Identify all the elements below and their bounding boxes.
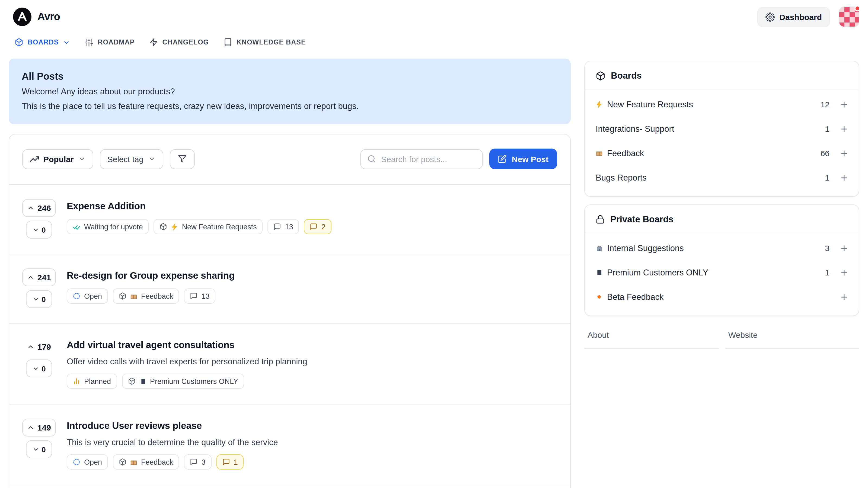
boards-panel-title: Boards	[611, 70, 642, 81]
comments-badge[interactable]: 13	[268, 219, 299, 234]
sliders-icon	[85, 38, 93, 46]
board-item[interactable]: Internal Suggestions 3	[585, 236, 859, 260]
board-badge[interactable]: Feedback	[113, 454, 179, 469]
chevron-down-icon	[32, 226, 39, 233]
brand[interactable]: Avro	[13, 8, 60, 26]
lock-icon	[596, 215, 605, 224]
downvote-button[interactable]: 0	[26, 359, 52, 378]
board-count: 66	[820, 149, 830, 158]
post-description: Offer video calls with travel experts fo…	[67, 357, 557, 366]
upvote-button[interactable]: 179	[22, 338, 56, 356]
add-post-button[interactable]	[839, 148, 849, 159]
post-title[interactable]: Re-design for Group expense sharing	[67, 270, 557, 282]
user-avatar[interactable]	[839, 6, 859, 27]
board-item[interactable]: Integrations- Support 1	[585, 117, 859, 141]
funnel-icon	[178, 155, 186, 163]
tag-label: Select tag	[107, 154, 144, 163]
board-badge[interactable]: Feedback	[113, 289, 179, 304]
post-title[interactable]: Add virtual travel agent consultations	[67, 339, 557, 351]
upvote-button[interactable]: 246	[22, 199, 56, 217]
edit-icon	[498, 155, 507, 163]
status-badge[interactable]: Open	[67, 289, 108, 304]
zap-emoji-icon	[596, 101, 603, 108]
planned-status-icon	[73, 378, 80, 385]
filter-button[interactable]	[169, 149, 194, 169]
open-status-icon	[73, 458, 80, 466]
package-emoji-icon	[130, 458, 137, 465]
upvote-count: 246	[37, 203, 51, 213]
nav-changelog-label: CHANGELOG	[162, 38, 209, 46]
footer-link-about[interactable]: About	[584, 330, 718, 349]
book-icon	[223, 38, 232, 46]
nav-knowledge-base[interactable]: KNOWLEDGE BASE	[223, 38, 306, 46]
comment-icon	[190, 458, 198, 466]
banner-line1: Welcome! Any ideas about our products?	[22, 84, 558, 99]
upvote-button[interactable]: 149	[22, 419, 56, 436]
upvote-count: 241	[37, 273, 51, 282]
post-row[interactable]: 149 0 Introduce User revie	[9, 404, 570, 485]
new-comments-count: 2	[321, 223, 326, 231]
post-description: This is very crucial to determine the qu…	[67, 437, 557, 447]
dashboard-button[interactable]: Dashboard	[757, 7, 830, 27]
add-post-button[interactable]	[839, 242, 849, 254]
board-item[interactable]: Feedback 66	[585, 141, 859, 165]
board-item[interactable]: Premium Customers ONLY 1	[585, 260, 859, 285]
status-label: Open	[84, 292, 102, 300]
plus-icon	[840, 293, 848, 301]
app-root: Avro Dashboard	[0, 0, 868, 488]
notebook-emoji-icon	[139, 378, 146, 385]
board-item[interactable]: New Feature Requests 12	[585, 92, 859, 117]
new-comments-badge[interactable]: 1	[216, 454, 244, 469]
nav-boards[interactable]: BOARDS	[14, 38, 70, 46]
downvote-count: 0	[41, 225, 46, 234]
new-post-label: New Post	[512, 154, 549, 163]
comment-icon	[274, 223, 281, 230]
sort-dropdown[interactable]: Popular	[22, 149, 93, 169]
downvote-button[interactable]: 0	[26, 290, 52, 308]
comments-badge[interactable]: 13	[184, 289, 216, 304]
chevron-up-icon	[27, 424, 34, 431]
downvote-button[interactable]: 0	[26, 221, 52, 238]
nav-changelog[interactable]: CHANGELOG	[150, 38, 209, 46]
board-badge[interactable]: Premium Customers ONLY	[122, 373, 244, 389]
comments-badge[interactable]: 3	[184, 454, 212, 469]
status-badge[interactable]: Open	[67, 454, 108, 469]
new-post-button[interactable]: New Post	[490, 149, 557, 169]
board-item-label: Premium Customers ONLY	[607, 268, 708, 278]
add-post-button[interactable]	[839, 123, 849, 134]
footer-link-website[interactable]: Website	[725, 330, 859, 349]
post-row[interactable]: 246 0 Expense Addition	[9, 185, 570, 254]
board-item-label: Bugs Reports	[596, 173, 647, 183]
add-post-button[interactable]	[839, 291, 849, 302]
downvote-button[interactable]: 0	[26, 440, 52, 458]
new-comments-badge[interactable]: 2	[304, 219, 332, 234]
search-input[interactable]	[381, 154, 476, 163]
boards-panel-items: New Feature Requests 12	[585, 90, 859, 196]
post-title[interactable]: Expense Addition	[67, 201, 557, 212]
board-badge-label: New Feature Requests	[182, 223, 257, 231]
post-row[interactable]: 179 0 Add virtual travel a	[9, 323, 570, 404]
banner-title: All Posts	[22, 69, 558, 84]
board-item[interactable]: Beta Feedback	[585, 285, 859, 309]
status-badge[interactable]: Waiting for upvote	[67, 219, 149, 234]
board-badge-label: Premium Customers ONLY	[150, 377, 238, 385]
add-post-button[interactable]	[839, 172, 849, 183]
board-count: 3	[821, 243, 830, 253]
private-panel-items: Internal Suggestions 3	[585, 233, 859, 316]
private-panel-title: Private Boards	[610, 214, 674, 225]
banner-line2: This is the place to tell us feature req…	[22, 99, 558, 113]
avro-logo-icon	[13, 8, 31, 26]
add-post-button[interactable]	[839, 267, 849, 278]
board-count: 12	[820, 100, 830, 109]
add-post-button[interactable]	[839, 99, 849, 110]
post-title[interactable]: Introduce User reviews please	[67, 420, 557, 432]
nav-roadmap[interactable]: ROADMAP	[85, 38, 134, 46]
tag-dropdown[interactable]: Select tag	[100, 149, 163, 169]
posts-list: 246 0 Expense Addition	[9, 185, 570, 485]
board-item[interactable]: Bugs Reports 1	[585, 165, 859, 190]
status-badge[interactable]: Planned	[67, 373, 117, 389]
new-comments-count: 1	[234, 458, 238, 466]
upvote-button[interactable]: 241	[22, 268, 56, 286]
post-row[interactable]: 241 0 Re-design for Group	[9, 254, 570, 323]
board-badge[interactable]: New Feature Requests	[154, 219, 263, 234]
